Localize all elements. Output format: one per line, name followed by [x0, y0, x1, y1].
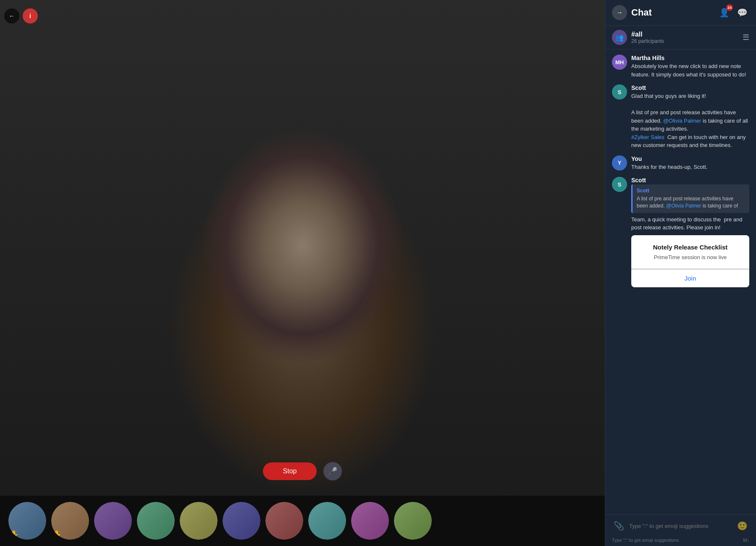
emoji-button[interactable]: 🙂 [735, 519, 749, 533]
join-card-subtitle: PrimeTime session is now live [640, 254, 741, 260]
avatar-martha: MH [612, 55, 627, 70]
thumb-avatar-7 [265, 502, 303, 540]
message-content-scott-2: Scott Scott A list of pre and post relea… [631, 177, 749, 287]
top-left-controls: ← i [4, 8, 38, 24]
thumbnail-8[interactable] [308, 502, 346, 540]
message-content-scott-1: Scott Glad that you guys are liking it! … [631, 84, 749, 150]
thumbnail-6[interactable] [223, 502, 260, 540]
thumb-avatar-3 [94, 502, 132, 540]
channel-name: #all [631, 31, 664, 38]
message-text-martha: Absolutely love the new click to add new… [631, 62, 749, 79]
paperclip-icon: 📎 [614, 521, 624, 530]
message-text-scott-1: Glad that you guys are liking it! A list… [631, 92, 749, 150]
quoted-sender: Scott [637, 188, 745, 194]
message-row-scott-1: S Scott Glad that you guys are liking it… [612, 84, 749, 150]
chat-header-right: 👤 24 💬 [717, 6, 749, 19]
chat-bubble-icon: 💬 [737, 8, 748, 17]
thumb-avatar-4 [137, 502, 175, 540]
group-icon: 👥 [615, 34, 624, 42]
thumb-avatar-9 [351, 502, 389, 540]
participants-button[interactable]: 👤 24 [717, 6, 731, 19]
message-group-you: Y You Thanks for the heads-up, Scott. [612, 155, 749, 171]
arrow-right-icon: → [616, 9, 623, 16]
thumbnail-7[interactable] [265, 502, 303, 540]
join-button[interactable]: Join [685, 275, 696, 282]
markdown-hint: M↓ [743, 538, 749, 543]
participants-badge: 24 [726, 4, 733, 11]
info-button[interactable]: i [23, 8, 38, 24]
hand-raise-icon-1: ✋ [9, 530, 18, 539]
thumbnail-1[interactable]: ✋ [8, 502, 46, 540]
quoted-text: A list of pre and post release activitie… [637, 195, 745, 210]
thumb-avatar-5 [180, 502, 218, 540]
join-card-title: Notely Release Checklist [640, 244, 741, 251]
message-group-scott-2: S Scott Scott A list of pre and post rel… [612, 177, 749, 287]
hashtag-zylker[interactable]: #Zylker Sales [631, 134, 664, 140]
list-icon: ☰ [743, 33, 749, 42]
message-text-scott-2: Team, a quick meeting to discuss the pre… [631, 215, 749, 232]
thumbnail-9[interactable] [351, 502, 389, 540]
chat-panel: → Chat 👤 24 💬 👥 #all 26 participants [605, 0, 756, 546]
thumb-avatar-6 [223, 502, 260, 540]
message-content-you: You Thanks for the heads-up, Scott. [631, 155, 749, 171]
chat-back-button[interactable]: → [612, 5, 627, 20]
quoted-mention-olivia[interactable]: @Olivia Palmer [666, 203, 701, 209]
chat-header: → Chat 👤 24 💬 [605, 0, 756, 26]
thumbnails-bar: ✋ ✋ [0, 496, 605, 546]
channel-participants: 26 participants [631, 38, 664, 44]
message-group-martha: MH Martha Hills Absolutely love the new … [612, 55, 749, 79]
chat-input[interactable] [629, 523, 732, 529]
back-button[interactable]: ← [4, 8, 19, 24]
mic-icon: 🎤 [328, 467, 337, 476]
channel-info: #all 26 participants [631, 31, 664, 44]
avatar-you: Y [612, 155, 627, 171]
thumbnail-4[interactable] [137, 502, 175, 540]
thumbnail-5[interactable] [180, 502, 218, 540]
mention-olivia[interactable]: @Olivia Palmer [663, 118, 701, 124]
join-card: Notely Release Checklist PrimeTime sessi… [631, 235, 749, 287]
avatar-scott-2: S [612, 177, 627, 192]
sender-scott-2: Scott [631, 177, 749, 184]
message-row-scott-2: S Scott Scott A list of pre and post rel… [612, 177, 749, 287]
emoji-icon: 🙂 [737, 521, 748, 530]
chat-header-left: → Chat [612, 5, 652, 20]
sender-scott-1: Scott [631, 84, 749, 91]
channel-left: 👥 #all 26 participants [612, 30, 664, 45]
message-row-you: Y You Thanks for the heads-up, Scott. [612, 155, 749, 171]
chat-options-button[interactable]: 💬 [735, 6, 749, 19]
chat-input-area: 📎 🙂 [605, 514, 756, 537]
view-participants-button[interactable]: ☰ [743, 33, 749, 42]
join-card-footer: Join [631, 270, 749, 287]
message-content-martha: Martha Hills Absolutely love the new cli… [631, 55, 749, 79]
mic-button[interactable]: 🎤 [323, 462, 342, 480]
hand-raise-icon-2: ✋ [52, 530, 61, 539]
thumb-avatar-10 [394, 502, 432, 540]
sender-martha: Martha Hills [631, 55, 749, 61]
input-hint: Type ":" to get emoji suggestions M↓ [605, 537, 756, 546]
join-card-body: Notely Release Checklist PrimeTime sessi… [631, 235, 749, 269]
message-group-scott-1: S Scott Glad that you guys are liking it… [612, 84, 749, 150]
avatar-scott-1: S [612, 84, 627, 100]
channel-icon: 👥 [612, 30, 627, 45]
stop-button[interactable]: Stop [263, 462, 317, 480]
messages-area: MH Martha Hills Absolutely love the new … [605, 50, 756, 514]
thumbnail-3[interactable] [94, 502, 132, 540]
chat-input-wrapper: 📎 🙂 Type ":" to get emoji suggestions M↓ [605, 514, 756, 546]
thumbnail-10[interactable] [394, 502, 432, 540]
message-text-you: Thanks for the heads-up, Scott. [631, 163, 749, 171]
emoji-hint-text: Type ":" to get emoji suggestions [612, 538, 679, 543]
attach-button[interactable]: 📎 [612, 519, 626, 533]
message-row-martha: MH Martha Hills Absolutely love the new … [612, 55, 749, 79]
bottom-controls: Stop 🎤 [0, 462, 605, 487]
thumbnail-2[interactable]: ✋ [51, 502, 89, 540]
sender-you: You [631, 155, 749, 162]
channel-bar: 👥 #all 26 participants ☰ [605, 26, 756, 50]
quoted-message: Scott A list of pre and post release act… [631, 184, 749, 213]
chat-title: Chat [631, 7, 652, 18]
thumb-avatar-8 [308, 502, 346, 540]
info-icon: i [29, 13, 31, 19]
video-area: ← i Stop 🎤 ✋ ✋ [0, 0, 605, 546]
